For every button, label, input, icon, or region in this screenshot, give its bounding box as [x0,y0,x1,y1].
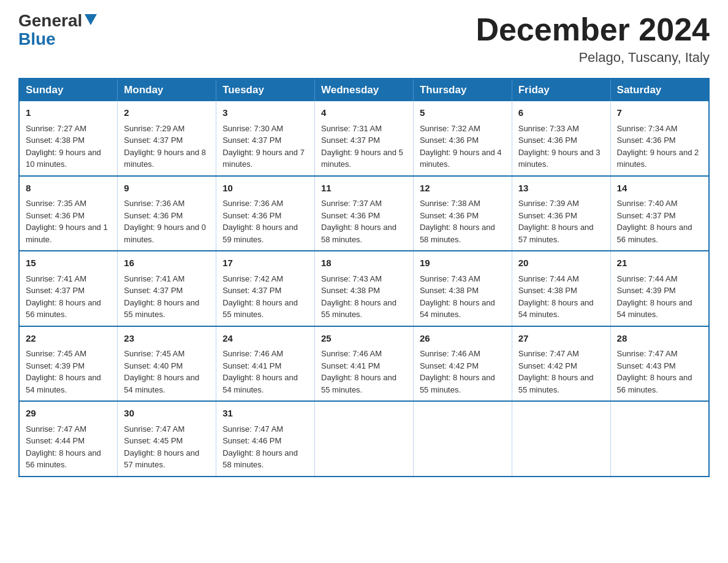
calendar-day-cell: 19 Sunrise: 7:43 AM Sunset: 4:38 PM Dayl… [413,251,512,326]
day-sunrise: Sunrise: 7:41 AM [26,274,86,283]
day-number: 23 [124,332,210,346]
calendar-day-cell: 6 Sunrise: 7:33 AM Sunset: 4:36 PM Dayli… [512,101,610,176]
calendar-day-cell: 5 Sunrise: 7:32 AM Sunset: 4:36 PM Dayli… [413,101,512,176]
calendar-day-cell: 9 Sunrise: 7:36 AM Sunset: 4:36 PM Dayli… [118,176,216,251]
day-daylight: Daylight: 9 hours and 2 minutes. [617,148,699,169]
day-sunrise: Sunrise: 7:43 AM [420,274,480,283]
day-sunrise: Sunrise: 7:31 AM [321,124,382,133]
day-daylight: Daylight: 9 hours and 10 minutes. [26,148,101,169]
day-number: 28 [617,332,702,346]
calendar-day-cell: 13 Sunrise: 7:39 AM Sunset: 4:36 PM Dayl… [512,176,610,251]
day-sunset: Sunset: 4:36 PM [518,136,577,145]
day-sunset: Sunset: 4:37 PM [26,286,85,295]
day-sunrise: Sunrise: 7:40 AM [617,199,678,208]
day-number: 18 [321,256,407,270]
day-number: 27 [518,332,604,346]
day-number: 14 [617,182,702,196]
day-daylight: Daylight: 8 hours and 54 minutes. [420,298,495,320]
calendar-day-cell: 26 Sunrise: 7:46 AM Sunset: 4:42 PM Dayl… [413,326,512,402]
day-sunset: Sunset: 4:36 PM [420,211,479,220]
day-sunset: Sunset: 4:44 PM [26,436,85,445]
day-sunrise: Sunrise: 7:47 AM [124,424,184,434]
day-sunset: Sunset: 4:36 PM [222,211,281,220]
day-sunrise: Sunrise: 7:41 AM [124,274,184,283]
col-thursday: Thursday [413,79,512,101]
day-sunset: Sunset: 4:41 PM [222,361,281,370]
day-sunrise: Sunrise: 7:47 AM [617,349,678,358]
day-daylight: Daylight: 8 hours and 56 minutes. [617,373,692,394]
day-number: 17 [222,256,308,270]
day-daylight: Daylight: 8 hours and 56 minutes. [26,298,101,320]
day-sunrise: Sunrise: 7:32 AM [420,124,480,133]
day-sunrise: Sunrise: 7:43 AM [321,274,382,283]
calendar-day-cell: 17 Sunrise: 7:42 AM Sunset: 4:37 PM Dayl… [216,251,315,326]
page-header: General Blue December 2024 Pelago, Tusca… [18,12,710,66]
day-daylight: Daylight: 9 hours and 1 minute. [26,223,108,244]
day-daylight: Daylight: 8 hours and 58 minutes. [222,448,298,470]
day-number: 12 [420,182,506,196]
calendar-day-cell: 30 Sunrise: 7:47 AM Sunset: 4:45 PM Dayl… [118,401,216,477]
day-number: 11 [321,182,407,196]
day-sunrise: Sunrise: 7:42 AM [222,274,283,283]
title-block: December 2024 Pelago, Tuscany, Italy [476,12,710,66]
col-wednesday: Wednesday [315,79,414,101]
day-daylight: Daylight: 9 hours and 0 minutes. [124,223,206,244]
day-daylight: Daylight: 8 hours and 56 minutes. [617,223,692,244]
day-number: 30 [124,407,210,421]
calendar-day-cell: 28 Sunrise: 7:47 AM Sunset: 4:43 PM Dayl… [610,326,709,402]
day-sunrise: Sunrise: 7:44 AM [518,274,579,283]
day-sunset: Sunset: 4:37 PM [321,136,380,145]
day-daylight: Daylight: 9 hours and 5 minutes. [321,148,403,169]
calendar-day-cell: 22 Sunrise: 7:45 AM Sunset: 4:39 PM Dayl… [19,326,118,402]
calendar-week-row: 1 Sunrise: 7:27 AM Sunset: 4:38 PM Dayli… [19,101,709,176]
calendar-day-cell: 8 Sunrise: 7:35 AM Sunset: 4:36 PM Dayli… [19,176,118,251]
day-sunset: Sunset: 4:36 PM [124,211,183,220]
day-daylight: Daylight: 8 hours and 55 minutes. [321,298,396,320]
calendar-day-cell: 3 Sunrise: 7:30 AM Sunset: 4:37 PM Dayli… [216,101,315,176]
day-sunrise: Sunrise: 7:38 AM [420,199,480,208]
day-sunrise: Sunrise: 7:35 AM [26,199,86,208]
col-friday: Friday [512,79,610,101]
calendar-week-row: 29 Sunrise: 7:47 AM Sunset: 4:44 PM Dayl… [19,401,709,477]
day-sunset: Sunset: 4:36 PM [26,211,85,220]
calendar-day-cell: 27 Sunrise: 7:47 AM Sunset: 4:42 PM Dayl… [512,326,610,402]
day-sunrise: Sunrise: 7:46 AM [321,349,382,358]
day-sunset: Sunset: 4:42 PM [420,361,479,370]
day-sunset: Sunset: 4:39 PM [26,361,85,370]
day-daylight: Daylight: 8 hours and 55 minutes. [420,373,495,394]
day-daylight: Daylight: 8 hours and 59 minutes. [222,223,298,244]
day-number: 5 [420,106,506,120]
day-daylight: Daylight: 8 hours and 55 minutes. [124,298,199,320]
logo-triangle-icon [85,14,97,25]
calendar-day-cell [315,401,414,477]
calendar-table: Sunday Monday Tuesday Wednesday Thursday… [18,78,710,477]
day-sunset: Sunset: 4:37 PM [124,136,183,145]
day-daylight: Daylight: 8 hours and 58 minutes. [420,223,495,244]
day-number: 10 [222,182,308,196]
day-number: 25 [321,332,407,346]
day-sunrise: Sunrise: 7:30 AM [222,124,283,133]
day-sunrise: Sunrise: 7:29 AM [124,124,184,133]
day-number: 16 [124,256,210,270]
calendar-week-row: 22 Sunrise: 7:45 AM Sunset: 4:39 PM Dayl… [19,326,709,402]
day-sunrise: Sunrise: 7:33 AM [518,124,579,133]
day-daylight: Daylight: 9 hours and 3 minutes. [518,148,601,169]
day-sunset: Sunset: 4:37 PM [617,211,676,220]
calendar-header: Sunday Monday Tuesday Wednesday Thursday… [19,79,709,101]
day-number: 7 [617,106,702,120]
day-daylight: Daylight: 8 hours and 57 minutes. [124,448,199,470]
day-daylight: Daylight: 8 hours and 54 minutes. [124,373,199,394]
day-number: 21 [617,256,702,270]
day-sunrise: Sunrise: 7:47 AM [26,424,86,434]
calendar-day-cell: 31 Sunrise: 7:47 AM Sunset: 4:46 PM Dayl… [216,401,315,477]
day-number: 1 [26,106,111,120]
day-sunset: Sunset: 4:36 PM [518,211,577,220]
day-sunset: Sunset: 4:38 PM [420,286,479,295]
day-number: 29 [26,407,111,421]
day-sunrise: Sunrise: 7:39 AM [518,199,579,208]
day-number: 19 [420,256,506,270]
logo-line2: Blue [18,31,56,48]
day-number: 20 [518,256,604,270]
col-monday: Monday [118,79,216,101]
header-row: Sunday Monday Tuesday Wednesday Thursday… [19,79,709,101]
